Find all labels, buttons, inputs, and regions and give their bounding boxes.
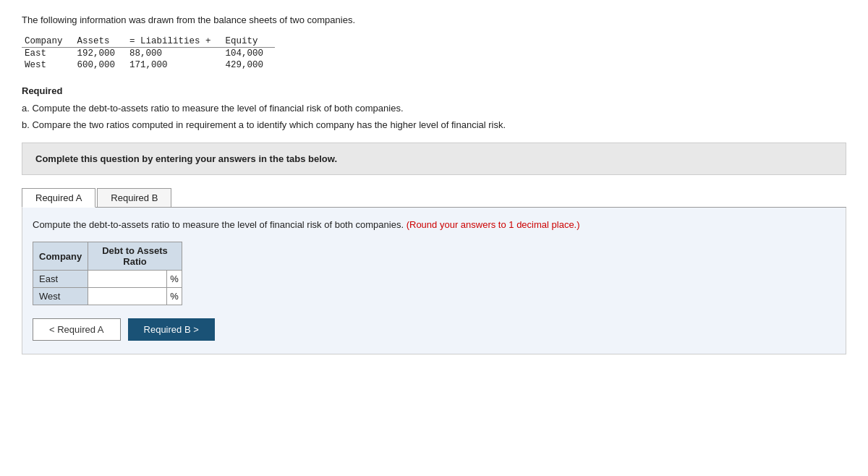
east-equity: 104,000 <box>223 48 276 60</box>
intro-text: The following information was drawn from… <box>22 14 846 25</box>
prev-button[interactable]: < Required A <box>33 318 121 341</box>
east-input-cell[interactable] <box>88 271 167 288</box>
tab-required-b[interactable]: Required B <box>97 188 171 207</box>
instructions-box: Complete this question by entering your … <box>22 143 846 175</box>
tab-instruction-main: Compute the debt-to-assets ratio to meas… <box>33 219 404 230</box>
west-row-label: West <box>33 288 88 305</box>
tabs-row: Required A Required B <box>22 188 846 208</box>
ratio-label: Ratio <box>123 256 147 267</box>
west-liabilities: 171,000 <box>127 59 223 71</box>
instructions-text: Complete this question by entering your … <box>35 153 337 164</box>
tabs-container: Required A Required B Compute the debt-t… <box>22 188 846 355</box>
tab-instruction: Compute the debt-to-assets ratio to meas… <box>33 218 835 232</box>
west-equity: 429,000 <box>223 59 276 71</box>
tab-a-content: Compute the debt-to-assets ratio to meas… <box>22 208 846 355</box>
west-company: West <box>22 59 75 71</box>
table-row-west: West % <box>33 288 182 305</box>
east-ratio-input[interactable] <box>91 273 163 284</box>
west-input-cell[interactable] <box>88 288 167 305</box>
col-assets-header: Assets <box>75 35 127 48</box>
next-button-label: Required B > <box>144 324 199 335</box>
east-pct-cell: % <box>167 271 182 288</box>
west-pct-cell: % <box>167 288 182 305</box>
balance-sheet-table: Company Assets = Liabilities + Equity Ea… <box>22 35 275 71</box>
required-item-b: b. Compare the two ratios computed in re… <box>22 118 846 132</box>
east-liabilities: 88,000 <box>127 48 223 60</box>
tab-required-a[interactable]: Required A <box>22 188 95 208</box>
required-label: Required <box>22 85 62 96</box>
col-equity-header: Equity <box>223 35 276 48</box>
debt-assets-label: Debt to Assets <box>102 245 168 256</box>
required-section: Required a. Compute the debt-to-assets r… <box>22 84 846 132</box>
east-company: East <box>22 48 75 60</box>
tab-instruction-red: (Round your answers to 1 decimal place.) <box>407 219 580 230</box>
west-ratio-input[interactable] <box>91 291 163 302</box>
west-assets: 600,000 <box>75 59 127 71</box>
prev-button-label: < Required A <box>49 324 104 335</box>
next-button[interactable]: Required B > <box>128 318 215 341</box>
nav-buttons: < Required A Required B > <box>33 318 835 341</box>
tab-required-a-label: Required A <box>35 192 82 203</box>
east-assets: 192,000 <box>75 48 127 60</box>
table-row-east: East % <box>33 271 182 288</box>
east-row-label: East <box>33 271 88 288</box>
col-company-header: Company <box>22 35 75 48</box>
answer-col1-header: Company <box>33 242 88 271</box>
tab-required-b-label: Required B <box>111 192 158 203</box>
answer-col2-header: Debt to Assets Ratio <box>88 242 182 271</box>
answer-table: Company Debt to Assets Ratio East % Wes <box>33 242 182 305</box>
required-item-a: a. Compute the debt-to-assets ratio to m… <box>22 101 846 116</box>
col-liabilities-header: = Liabilities + <box>127 35 223 48</box>
